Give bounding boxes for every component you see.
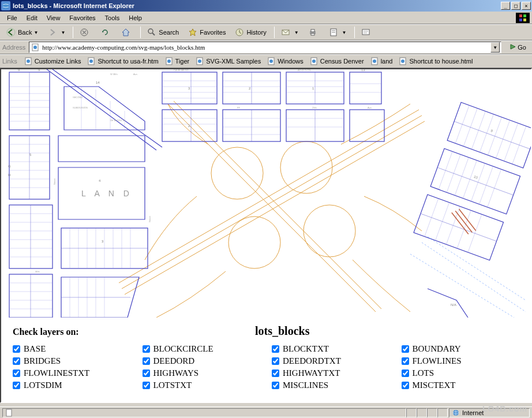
page-icon (164, 57, 174, 66)
refresh-icon (100, 28, 110, 37)
svg-text:AD DI TI ON: AD DI TI ON (298, 69, 310, 72)
svg-text:N/A: N/A (451, 303, 456, 307)
page-icon (195, 57, 204, 66)
edit-icon (329, 28, 338, 37)
svg-map[interactable]: 9 9 G H 5 SECOND SUBDIVISION OF BLOCK 14… (1, 69, 531, 318)
layer-checkbox-lotstxt[interactable] (143, 382, 150, 389)
toolbar: Back ▼ ▼ Search Favorites History ▼ ▼ (0, 24, 532, 40)
layer-item-base: BASE (13, 344, 131, 354)
layer-checkbox-boundary[interactable] (402, 345, 409, 353)
svg-rect-3 (519, 18, 522, 21)
layer-checkbox-lots[interactable] (402, 370, 409, 377)
layer-item-misclines: MISCLINES (272, 380, 390, 390)
forward-button[interactable]: ▼ (43, 26, 69, 39)
layer-checkbox-deedord[interactable] (143, 357, 150, 365)
home-icon (121, 28, 130, 37)
maximize-button[interactable]: □ (511, 2, 520, 10)
link-usa-fr[interactable]: Shortcut to usa-fr.htm (84, 55, 161, 67)
svg-rect-88 (9, 274, 53, 318)
layer-label: BRIDGES (24, 356, 61, 366)
svg-point-25 (89, 59, 93, 63)
layer-item-misctext: MISCTEXT (402, 380, 520, 390)
svg-text:Street: Street (53, 178, 56, 185)
svg-line-188 (428, 237, 526, 300)
layer-checkbox-deedordtxt[interactable] (272, 357, 279, 365)
layer-checkbox-base[interactable] (13, 345, 20, 353)
layer-checkbox-highwaytxt[interactable] (272, 370, 279, 377)
search-button[interactable]: Search (143, 26, 183, 39)
print-icon (308, 28, 317, 37)
stop-button[interactable] (76, 26, 95, 39)
svg-line-57 (47, 69, 156, 150)
address-input[interactable] (42, 44, 490, 51)
svg-rect-1 (519, 14, 522, 17)
menu-file[interactable]: File (2, 13, 22, 23)
layer-checkbox-misclines[interactable] (272, 382, 279, 389)
menu-edit[interactable]: Edit (22, 13, 42, 23)
back-button[interactable]: Back ▼ (2, 26, 42, 39)
layer-checkbox-blocktxt[interactable] (272, 345, 279, 353)
svg-line-41 (168, 104, 376, 312)
svg-point-0 (2, 2, 9, 9)
menu-help[interactable]: Help (124, 13, 147, 23)
menu-favorites[interactable]: Favorites (65, 13, 100, 23)
menu-view[interactable]: View (42, 13, 65, 23)
link-svg-xml[interactable]: SVG-XML Samples (192, 55, 264, 67)
home-button[interactable] (117, 26, 137, 39)
layer-checkbox-lotsdim[interactable] (13, 382, 20, 389)
layer-checkbox-flowlinestxt[interactable] (13, 370, 20, 377)
favorites-button[interactable]: Favorites (184, 26, 230, 39)
svg-text:Street: Street (148, 215, 151, 222)
svg-text:G: G (8, 165, 11, 168)
refresh-button[interactable] (96, 26, 116, 39)
link-customize[interactable]: Customize Links (21, 55, 84, 67)
discuss-button[interactable] (357, 26, 377, 39)
ie-logo (516, 13, 530, 23)
svg-rect-12 (311, 29, 314, 32)
addressbar: Address ▼ Go (0, 40, 532, 54)
link-census[interactable]: Census Denver (306, 55, 367, 67)
layer-item-highways: HIGHWAYS (143, 368, 261, 378)
layers-heading: Check layers on: (13, 327, 255, 337)
link-windows[interactable]: Windows (264, 55, 306, 67)
svg-text:29th: 29th (312, 106, 317, 109)
svg-text:13: 13 (361, 69, 365, 72)
mail-button[interactable]: ▼ (277, 26, 303, 39)
svg-line-183 (421, 214, 497, 241)
svg-text:5: 5 (29, 153, 32, 156)
link-land[interactable]: land (367, 55, 396, 67)
map-svg: 9 9 G H 5 SECOND SUBDIVISION OF BLOCK 14… (1, 69, 531, 318)
svg-point-33 (312, 59, 316, 63)
layer-checkbox-flowlines[interactable] (402, 357, 409, 365)
page-icon (5, 409, 13, 417)
svg-text:4: 4 (99, 179, 101, 182)
layer-item-boundary: BOUNDARY (402, 344, 520, 354)
page-icon (87, 57, 96, 66)
address-dropdown-button[interactable]: ▼ (490, 42, 500, 53)
go-button[interactable]: Go (505, 41, 530, 54)
layers-panel: Check layers on: lots_blocks BASEBLOCKCI… (1, 318, 531, 397)
link-house[interactable]: Shortcut to house.html (395, 55, 475, 67)
layer-checkbox-misctext[interactable] (402, 382, 409, 389)
svg-point-21 (33, 46, 37, 49)
minimize-button[interactable]: _ (501, 2, 510, 10)
svg-point-7 (148, 29, 153, 33)
svg-line-185 (451, 211, 477, 232)
page-icon (309, 57, 319, 66)
layer-checkbox-bridges[interactable] (13, 357, 20, 365)
layer-checkbox-blockcircle[interactable] (143, 345, 150, 353)
svg-point-29 (198, 59, 201, 63)
layer-checkbox-highways[interactable] (143, 370, 150, 377)
print-button[interactable] (304, 26, 324, 39)
edit-button[interactable]: ▼ (325, 26, 351, 39)
layer-label: BASE (24, 344, 46, 354)
menu-tools[interactable]: Tools (100, 13, 125, 23)
page-icon (31, 43, 40, 52)
close-button[interactable]: ✕ (522, 2, 531, 10)
svg-text:OF BLOCK 14: OF BLOCK 14 (110, 119, 126, 122)
svg-point-37 (401, 59, 404, 63)
history-button[interactable]: History (231, 26, 270, 39)
content-scroll[interactable]: 9 9 G H 5 SECOND SUBDIVISION OF BLOCK 14… (1, 69, 531, 402)
svg-text:2: 2 (249, 87, 251, 90)
link-tiger[interactable]: Tiger (162, 55, 193, 67)
